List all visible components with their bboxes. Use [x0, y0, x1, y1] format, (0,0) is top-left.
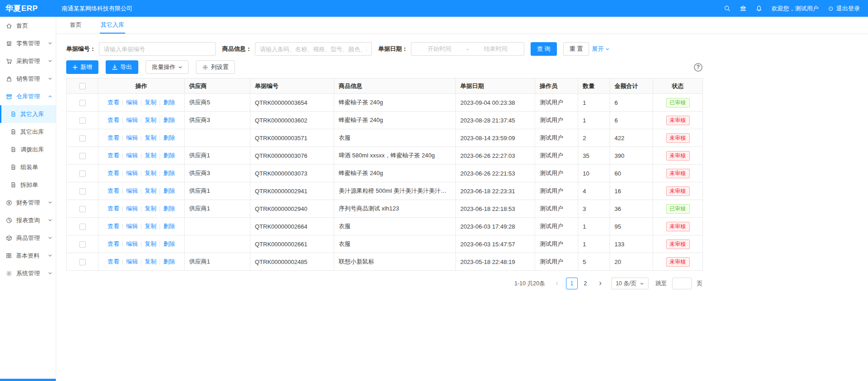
- column-header-6[interactable]: 数量: [578, 78, 610, 94]
- copy-link[interactable]: 复制: [145, 258, 156, 265]
- sidebar-subitem-4-1[interactable]: 其它出库: [0, 123, 56, 141]
- expand-link[interactable]: 展开: [592, 45, 610, 53]
- edit-link[interactable]: 编辑: [126, 99, 138, 106]
- column-header-8[interactable]: 状态: [653, 78, 703, 94]
- column-header-5[interactable]: 操作员: [535, 78, 578, 94]
- jump-page-input[interactable]: [672, 278, 692, 289]
- prev-page-button[interactable]: [551, 278, 562, 289]
- sidebar-item-9[interactable]: 系统管理: [0, 264, 56, 282]
- row-checkbox[interactable]: [79, 259, 86, 265]
- page-button-1[interactable]: 1: [566, 278, 578, 289]
- view-link[interactable]: 查看: [107, 240, 119, 247]
- edit-link[interactable]: 编辑: [126, 170, 138, 176]
- column-header-2[interactable]: 单据编号: [250, 78, 334, 94]
- edit-link[interactable]: 编辑: [126, 240, 138, 247]
- column-header-1[interactable]: 供应商: [185, 78, 250, 94]
- column-header-0[interactable]: 操作: [98, 78, 185, 94]
- row-checkbox[interactable]: [79, 188, 86, 195]
- view-link[interactable]: 查看: [107, 223, 119, 230]
- sidebar-item-5[interactable]: 财务管理: [0, 194, 56, 211]
- view-link[interactable]: 查看: [107, 117, 119, 123]
- delete-link[interactable]: 删除: [163, 117, 175, 123]
- logout-button[interactable]: 退出登录: [828, 5, 860, 13]
- row-checkbox[interactable]: [79, 117, 86, 124]
- page-size-select[interactable]: 10 条/页: [611, 278, 649, 289]
- copy-link[interactable]: 复制: [145, 205, 156, 212]
- product-input[interactable]: [255, 42, 372, 56]
- tab-other-inbound[interactable]: 其它入库: [100, 17, 125, 34]
- sidebar-item-4[interactable]: 仓库管理: [0, 88, 56, 105]
- row-checkbox[interactable]: [79, 224, 86, 230]
- select-all-checkbox[interactable]: [79, 83, 86, 89]
- date-range-input[interactable]: 开始时间 ~ 结束时间: [411, 42, 524, 56]
- copy-link[interactable]: 复制: [145, 134, 156, 141]
- row-checkbox[interactable]: [79, 171, 86, 177]
- view-link[interactable]: 查看: [107, 170, 119, 176]
- column-header-3[interactable]: 商品信息: [334, 78, 456, 94]
- batch-operations-button[interactable]: 批量操作: [146, 60, 189, 74]
- view-link[interactable]: 查看: [107, 205, 119, 212]
- column-settings-button[interactable]: 列设置: [196, 60, 235, 74]
- view-link[interactable]: 查看: [107, 99, 119, 106]
- page-button-2[interactable]: 2: [580, 278, 591, 289]
- copy-link[interactable]: 复制: [145, 152, 156, 159]
- delete-link[interactable]: 删除: [163, 170, 175, 176]
- column-header-4[interactable]: 单据日期: [456, 78, 535, 94]
- sidebar-item-2[interactable]: 采购管理: [0, 52, 56, 70]
- tab-home[interactable]: 首页: [69, 17, 83, 34]
- sidebar-item-7[interactable]: 商品管理: [0, 229, 56, 247]
- copy-link[interactable]: 复制: [145, 187, 156, 194]
- sidebar-collapse-bar[interactable]: [0, 379, 56, 381]
- copy-link[interactable]: 复制: [145, 117, 156, 123]
- help-icon[interactable]: ?: [694, 63, 702, 72]
- delete-link[interactable]: 删除: [163, 187, 175, 194]
- reset-button[interactable]: 重 置: [563, 42, 590, 56]
- app-logo[interactable]: 华夏ERP: [0, 3, 56, 14]
- row-checkbox[interactable]: [79, 100, 86, 106]
- column-header-7[interactable]: 金额合计: [610, 78, 653, 94]
- edit-link[interactable]: 编辑: [126, 117, 138, 123]
- sidebar-item-6[interactable]: 报表查询: [0, 211, 56, 229]
- next-page-button[interactable]: [595, 278, 606, 289]
- edit-link[interactable]: 编辑: [126, 258, 138, 265]
- date-start-placeholder[interactable]: 开始时间: [415, 45, 464, 53]
- bell-icon[interactable]: [756, 5, 762, 12]
- sidebar-item-1[interactable]: 零售管理: [0, 34, 56, 52]
- view-link[interactable]: 查看: [107, 152, 119, 159]
- delete-link[interactable]: 删除: [163, 99, 175, 106]
- delete-link[interactable]: 删除: [163, 223, 175, 230]
- sidebar-item-8[interactable]: 基本资料: [0, 247, 56, 264]
- row-checkbox[interactable]: [79, 135, 86, 142]
- row-checkbox[interactable]: [79, 153, 86, 159]
- bill-no-input[interactable]: [99, 42, 216, 56]
- view-link[interactable]: 查看: [107, 258, 119, 265]
- search-button[interactable]: 查 询: [531, 42, 557, 56]
- sidebar-subitem-4-2[interactable]: 调拨出库: [0, 141, 56, 158]
- edit-link[interactable]: 编辑: [126, 205, 138, 212]
- edit-link[interactable]: 编辑: [126, 134, 138, 141]
- view-link[interactable]: 查看: [107, 134, 119, 141]
- sidebar-item-0[interactable]: 首页: [0, 17, 56, 34]
- sidebar-item-3[interactable]: 销售管理: [0, 70, 56, 88]
- row-checkbox[interactable]: [79, 206, 86, 212]
- delete-link[interactable]: 删除: [163, 152, 175, 159]
- add-button[interactable]: 新增: [66, 60, 98, 74]
- delete-link[interactable]: 删除: [163, 240, 175, 247]
- delete-link[interactable]: 删除: [163, 205, 175, 212]
- export-button[interactable]: 导出: [106, 60, 138, 74]
- copy-link[interactable]: 复制: [145, 240, 156, 247]
- sidebar-subitem-4-3[interactable]: 组装单: [0, 158, 56, 176]
- copy-link[interactable]: 复制: [145, 99, 156, 106]
- sidebar-subitem-4-4[interactable]: 拆卸单: [0, 176, 56, 194]
- bank-icon[interactable]: [740, 5, 746, 12]
- edit-link[interactable]: 编辑: [126, 223, 138, 230]
- row-checkbox[interactable]: [79, 241, 86, 248]
- sidebar-subitem-4-0[interactable]: 其它入库: [0, 105, 56, 123]
- date-end-placeholder[interactable]: 结束时间: [471, 45, 520, 53]
- edit-link[interactable]: 编辑: [126, 187, 138, 194]
- delete-link[interactable]: 删除: [163, 258, 175, 265]
- delete-link[interactable]: 删除: [163, 134, 175, 141]
- edit-link[interactable]: 编辑: [126, 152, 138, 159]
- search-icon[interactable]: [724, 5, 731, 12]
- view-link[interactable]: 查看: [107, 187, 119, 194]
